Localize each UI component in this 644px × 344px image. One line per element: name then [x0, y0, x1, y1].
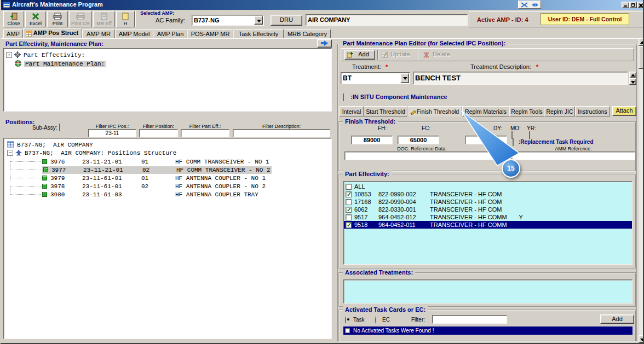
row-checkbox[interactable]	[346, 191, 352, 197]
filter-ipc-input[interactable]: 23-11	[88, 129, 136, 137]
amm-reference-input[interactable]	[511, 151, 635, 160]
mr-eff-button[interactable]: MR Eff	[93, 11, 115, 27]
maximize-button[interactable]	[629, 2, 637, 8]
edit-pencil-icon	[410, 109, 416, 115]
shortcut-icon-1[interactable]	[520, 2, 529, 8]
tab-amp-pos-struct[interactable]: AMP Pos Struct	[23, 28, 82, 38]
effectivity-tree[interactable]: Part Effectivity: Part Maintenance Plan:	[3, 48, 332, 112]
filter-description-input[interactable]	[233, 129, 330, 137]
treatment-desc-field[interactable]: BENCH TEST	[413, 72, 628, 85]
scrollbar-track[interactable]	[639, 46, 644, 336]
treatment-dropdown-button[interactable]	[400, 73, 409, 83]
fh-input[interactable]: 89000	[351, 136, 393, 144]
tree-item-part-maintenance-plan[interactable]: Part Maintenance Plan:	[15, 60, 321, 68]
tree-root-positions-structure[interactable]: B737-NG; AIR COMPANY: Positions Structur…	[7, 149, 325, 157]
sub-assy-checkbox[interactable]	[59, 124, 60, 131]
tab-amp-plan[interactable]: AMP Plan	[153, 29, 187, 38]
position-row[interactable]: 3979 23-11-61-01 01 HF ANTENNA COUPLER -…	[42, 174, 266, 182]
company-field[interactable]: AIR COMPANY	[306, 14, 468, 26]
position-cube-icon	[42, 176, 47, 180]
part-eff-row[interactable]: 9517 964-0452-012 TRANSCEIVER - HF COMM …	[344, 213, 632, 221]
print-cr-button[interactable]: Print CR	[69, 11, 92, 27]
subtab-interval[interactable]: Interval	[340, 106, 364, 116]
replacement-checkbox[interactable]	[513, 138, 514, 146]
update-button[interactable]: Update	[380, 50, 415, 60]
ec-radio[interactable]	[375, 316, 376, 324]
ac-family-combo[interactable]: B737-NG	[192, 15, 264, 26]
part-eff-row-selected[interactable]: 9518 964-0452-011 TRANSCEIVER - HF COMM	[344, 221, 632, 229]
position-row[interactable]: 3980 23-11-61-03 HF ANTENNA COUPLER TRAY	[42, 190, 258, 199]
filter-part-eff-input[interactable]	[181, 129, 229, 137]
window-close-button[interactable]	[637, 2, 644, 8]
position-row-selected[interactable]: 3977 23-11-21-01 02 HF COMM TRANSCEIVER …	[42, 166, 272, 174]
scrollbar-down-button[interactable]	[639, 335, 644, 343]
tab-amp[interactable]: AMP	[3, 29, 23, 38]
tab-amp-mr[interactable]: AMP MR	[82, 29, 115, 38]
associated-treatments-list[interactable]	[343, 279, 633, 304]
subtab-finish-threshold[interactable]: Finish Threshold	[407, 106, 462, 116]
subtab-replm-materials[interactable]: Replm Materials	[462, 106, 509, 116]
attach-button[interactable]: Attach	[612, 106, 636, 116]
position-row[interactable]: 3976 23-11-21-01 01 HF COMM TRANSCEIVER …	[42, 158, 269, 166]
tree-item-part-effectivity[interactable]: Part Effectivity:	[6, 51, 313, 59]
collapse-icon[interactable]	[7, 150, 13, 156]
fc-input[interactable]: 65000	[398, 136, 439, 144]
subtab-instructions[interactable]: Instructions	[575, 106, 610, 116]
part-eff-row[interactable]: 17168 822-0990-004 TRANSCEIVER - HF COM	[344, 198, 632, 206]
doc-reference-input[interactable]	[344, 151, 499, 160]
part-eff-row[interactable]: 10853 822-0990-002 TRANSCEIVER - HF COM	[344, 190, 632, 198]
row-checkbox[interactable]	[346, 222, 352, 228]
treatment-combo[interactable]: BT	[341, 72, 410, 84]
mr-eff-icon	[100, 13, 108, 20]
print-button[interactable]: Print	[47, 11, 68, 27]
no-tasks-checkbox[interactable]	[345, 328, 350, 333]
insitu-checkbox[interactable]	[343, 94, 344, 101]
subtab-replm-tools[interactable]: Replm Tools	[509, 106, 544, 116]
help-button-clipped[interactable]: H	[116, 11, 135, 27]
help-button-label: H	[124, 21, 128, 26]
finish-threshold-legend: Finish Threshold:	[343, 118, 398, 125]
dru-button[interactable]: DRU	[271, 15, 302, 26]
expand-icon[interactable]	[6, 52, 12, 58]
task-radio[interactable]	[345, 316, 346, 324]
tab-pos-amp-mr[interactable]: POS-AMP MR	[187, 29, 233, 38]
row-checkbox[interactable]	[346, 199, 352, 205]
all-checkbox[interactable]	[346, 184, 352, 190]
close-button-label: Close	[7, 21, 20, 26]
add-button[interactable]: Add	[344, 50, 375, 60]
collapse-panel-button[interactable]	[317, 39, 332, 48]
part-eff-row[interactable]: 6062 822-0330-001 TRANSCEIVER - HF COM	[344, 206, 632, 213]
tab-mrb-category[interactable]: MRB Category	[284, 29, 331, 38]
close-button[interactable]: Close	[3, 11, 24, 27]
yr-checkbox[interactable]	[529, 131, 530, 139]
subtab-start-threshold[interactable]: Start Threshold	[364, 106, 407, 116]
part-effectivity-list[interactable]: ALL 10853 822-0990-002 TRANSCEIVER - HF …	[343, 181, 633, 265]
positions-tree[interactable]: B737-NG; AIR COMPANY B737-NG; AIR COMPAN…	[3, 138, 332, 339]
filter-position-input[interactable]	[139, 129, 178, 137]
tasks-filter-input[interactable]	[432, 315, 507, 324]
row-checkbox[interactable]	[346, 207, 352, 213]
dy-input[interactable]	[465, 136, 507, 144]
treatment-desc-value: BENCH TEST	[415, 74, 461, 82]
scrollbar-up-button[interactable]	[639, 38, 644, 46]
tasks-add-button[interactable]: Add	[600, 314, 634, 324]
minimize-button[interactable]	[622, 2, 629, 8]
tab-amp-model[interactable]: AMP Model	[115, 29, 153, 38]
shortcut-icon-2[interactable]	[531, 2, 539, 8]
mo-checkbox[interactable]	[511, 131, 513, 139]
part-eff-row-all[interactable]: ALL	[344, 183, 632, 190]
chevron-up-icon	[631, 74, 635, 77]
ac-family-dropdown-button[interactable]	[254, 16, 263, 25]
row-checkbox[interactable]	[346, 214, 352, 220]
tab-task-effectivity[interactable]: Task Effectivity	[233, 29, 284, 38]
excel-button[interactable]: Excel	[25, 11, 46, 27]
excel-button-label: Excel	[30, 21, 42, 26]
subtab-replm-jic[interactable]: Replm JIC	[544, 106, 575, 116]
spinner-up-button[interactable]	[629, 72, 636, 78]
scrollbar-thumb[interactable]	[639, 46, 644, 69]
part-effectivity-legend: Part Effectivity:	[343, 171, 392, 177]
spinner-down-button[interactable]	[629, 78, 636, 85]
position-row[interactable]: 3978 23-11-61-01 02 HF ANTENNA COUPLER -…	[42, 182, 266, 190]
delete-button[interactable]: Delete	[421, 50, 455, 60]
tree-root-company[interactable]: B737-NG; AIR COMPANY	[7, 141, 325, 149]
